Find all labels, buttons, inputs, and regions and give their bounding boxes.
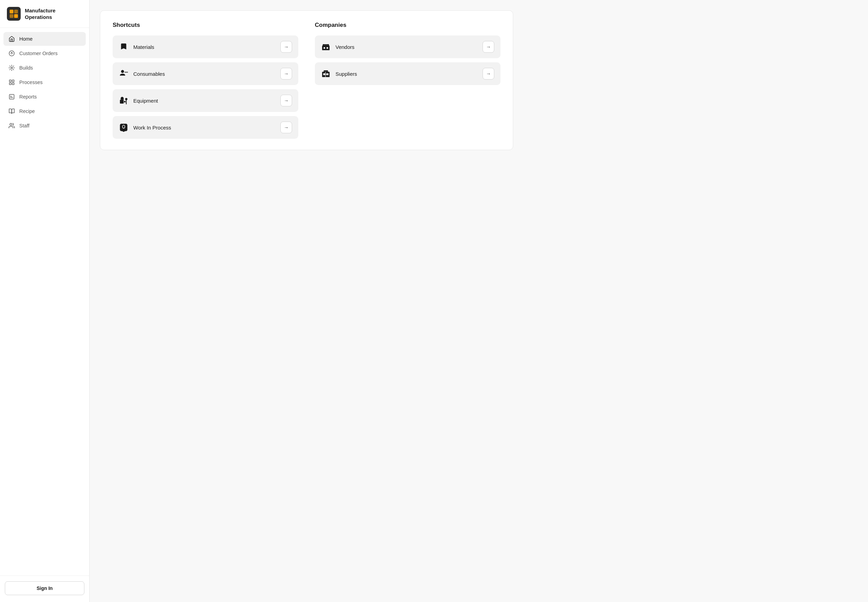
shortcut-consumables[interactable]: Consumables → — [113, 62, 298, 85]
svg-rect-29 — [324, 47, 325, 49]
svg-point-19 — [125, 72, 126, 73]
equipment-arrow[interactable]: → — [280, 95, 292, 106]
svg-rect-9 — [12, 80, 14, 81]
home-icon — [8, 35, 15, 42]
materials-arrow[interactable]: → — [280, 41, 292, 53]
sidebar-item-builds[interactable]: Builds — [3, 61, 86, 75]
sidebar-item-label: Reports — [19, 94, 37, 100]
sidebar-item-label: Recipe — [19, 109, 35, 114]
svg-rect-22 — [120, 100, 124, 104]
shortcut-left: Materials — [119, 42, 154, 52]
staff-icon — [8, 122, 15, 129]
sidebar: Manufacture Operations Home — [0, 0, 89, 602]
svg-point-27 — [123, 125, 124, 128]
svg-point-24 — [125, 98, 128, 100]
consumables-arrow[interactable]: → — [280, 68, 292, 80]
sign-in-button[interactable]: Sign In — [5, 581, 84, 595]
shortcut-equipment[interactable]: Equipment → — [113, 89, 298, 112]
sidebar-item-label: Processes — [19, 80, 43, 85]
vendors-label: Vendors — [335, 44, 355, 50]
svg-point-21 — [127, 72, 128, 73]
shortcut-left: Equipment — [119, 96, 158, 105]
sidebar-item-home[interactable]: Home — [3, 32, 86, 46]
builds-icon — [8, 64, 15, 71]
consumables-label: Consumables — [133, 71, 165, 77]
shortcut-vendors[interactable]: Vendors → — [315, 35, 501, 58]
svg-rect-30 — [327, 47, 328, 49]
svg-rect-0 — [10, 10, 14, 14]
svg-rect-11 — [9, 83, 11, 85]
svg-rect-17 — [123, 46, 125, 46]
svg-point-7 — [11, 67, 13, 69]
shortcut-materials[interactable]: Materials → — [113, 35, 298, 58]
shortcuts-title: Shortcuts — [113, 22, 298, 29]
svg-rect-3 — [14, 14, 18, 18]
work-in-process-arrow[interactable]: → — [280, 121, 292, 133]
work-in-process-icon — [119, 123, 129, 132]
svg-rect-32 — [327, 44, 328, 46]
materials-icon — [119, 42, 129, 52]
sidebar-item-label: Builds — [19, 65, 33, 71]
svg-rect-2 — [10, 14, 14, 18]
suppliers-icon — [321, 69, 331, 78]
sidebar-footer: Sign In — [0, 576, 89, 602]
svg-rect-31 — [323, 44, 324, 46]
companies-section: Companies — [315, 22, 501, 139]
content-card: Shortcuts Materials — [100, 10, 513, 150]
equipment-icon — [119, 96, 129, 105]
vendors-arrow[interactable]: → — [482, 41, 494, 53]
app-logo — [7, 7, 21, 21]
suppliers-label: Suppliers — [335, 71, 357, 77]
companies-list: Vendors → — [315, 35, 501, 85]
app-title: Manufacture Operations — [25, 7, 82, 21]
svg-rect-28 — [322, 46, 330, 50]
processes-icon — [8, 79, 15, 86]
equipment-label: Equipment — [133, 98, 158, 104]
sidebar-item-label: Staff — [19, 123, 30, 129]
svg-rect-10 — [12, 83, 14, 85]
svg-rect-23 — [124, 101, 125, 102]
svg-point-20 — [126, 72, 127, 73]
shortcut-left: Work In Process — [119, 123, 171, 132]
content-grid: Shortcuts Materials — [113, 22, 501, 139]
sidebar-item-label: Home — [19, 36, 33, 41]
companies-title: Companies — [315, 22, 501, 29]
sidebar-header: Manufacture Operations — [0, 0, 89, 28]
sidebar-item-label: Customer Orders — [19, 51, 57, 56]
main-content: Shortcuts Materials — [89, 0, 868, 602]
consumables-icon — [119, 69, 129, 78]
svg-point-16 — [10, 123, 12, 125]
vendors-icon — [321, 42, 331, 52]
sidebar-nav: Home Customer Orders Build — [0, 28, 89, 576]
svg-rect-34 — [323, 73, 326, 75]
sidebar-item-processes[interactable]: Processes — [3, 75, 86, 89]
shortcut-left: Consumables — [119, 69, 165, 78]
orders-icon — [8, 50, 15, 57]
svg-rect-1 — [14, 10, 18, 14]
svg-rect-35 — [326, 73, 329, 75]
materials-label: Materials — [133, 44, 154, 50]
sidebar-item-recipe[interactable]: Recipe — [3, 104, 86, 118]
svg-point-18 — [121, 70, 124, 73]
svg-rect-8 — [9, 80, 11, 81]
shortcut-suppliers[interactable]: Suppliers → — [315, 62, 501, 85]
sidebar-item-staff[interactable]: Staff — [3, 119, 86, 133]
recipe-icon — [8, 108, 15, 115]
shortcuts-list: Materials → — [113, 35, 298, 139]
sidebar-item-reports[interactable]: Reports — [3, 90, 86, 104]
shortcut-work-in-process[interactable]: Work In Process → — [113, 116, 298, 139]
suppliers-arrow[interactable]: → — [482, 68, 494, 80]
shortcut-left: Vendors — [321, 42, 355, 52]
shortcuts-section: Shortcuts Materials — [113, 22, 298, 139]
reports-icon — [8, 93, 15, 100]
work-in-process-label: Work In Process — [133, 125, 171, 131]
sidebar-item-customer-orders[interactable]: Customer Orders — [3, 46, 86, 60]
shortcut-left: Suppliers — [321, 69, 357, 78]
